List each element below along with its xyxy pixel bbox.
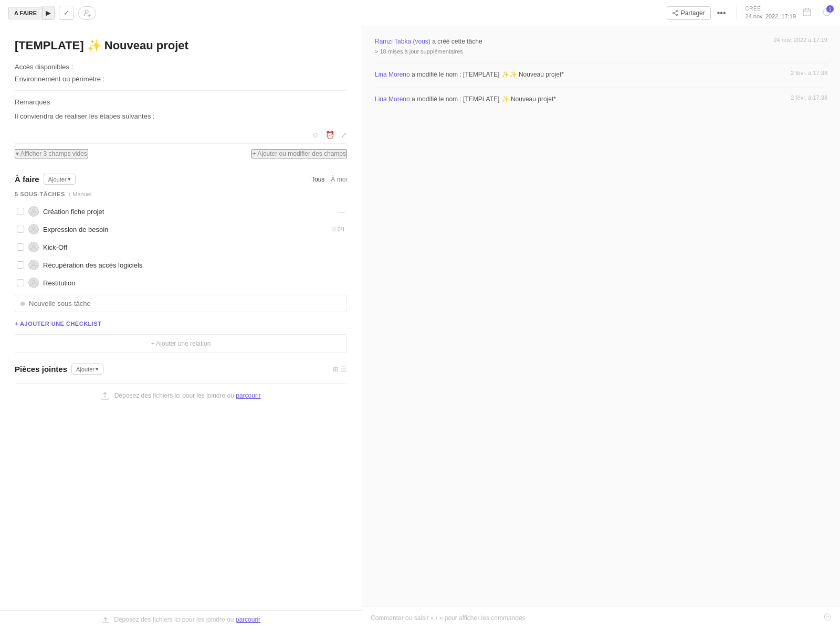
list-view-icon[interactable]: ☰: [341, 365, 347, 373]
svg-point-4: [673, 12, 674, 14]
subtask-checkbox-4[interactable]: [17, 279, 24, 286]
sort-label[interactable]: ↑ Manuel: [68, 191, 92, 197]
attachments-header: Pièces jointes Ajouter ▾ ⊞ ☰: [15, 364, 347, 375]
task-title: [TEMPLATE] ✨ Nouveau projet: [15, 39, 347, 52]
remarks-label: Remarques: [15, 98, 347, 106]
filter-me-button[interactable]: À moi: [331, 176, 347, 183]
svg-point-5: [676, 14, 678, 16]
expand-updates-button[interactable]: > 18 mises à jour supplémentaires: [375, 48, 827, 55]
filter-all-button[interactable]: Tous: [311, 176, 324, 183]
subtask-item: Expression de besoin ☑ 0/1: [15, 220, 347, 238]
svg-line-6: [674, 12, 676, 13]
filter-row: Tous À moi: [311, 176, 347, 183]
comment-placeholder[interactable]: Commenter ou saisir « / » pour afficher …: [371, 614, 819, 622]
comment-bar: Commenter ou saisir « / » pour afficher …: [362, 606, 840, 629]
svg-point-0: [85, 10, 88, 13]
subtask-checkbox-1[interactable]: [17, 226, 24, 233]
main-split: [TEMPLATE] ✨ Nouveau projet Accès dispon…: [0, 26, 840, 629]
status-button[interactable]: A FAIRE ▶: [8, 6, 55, 20]
user-plus-icon: [83, 9, 91, 17]
todo-add-button[interactable]: Ajouter ▾: [44, 174, 76, 185]
subtask-avatar-3: [28, 260, 39, 270]
status-arrow[interactable]: ▶: [42, 6, 55, 20]
svg-point-18: [33, 263, 35, 265]
activity-user-1: Lina Moreno: [375, 71, 410, 78]
subtask-checkbox-0[interactable]: [17, 208, 24, 215]
notification-badge: 1: [826, 5, 834, 13]
emoji-icon[interactable]: ☺: [312, 131, 319, 139]
new-subtask-dot: [20, 302, 25, 306]
divider: [737, 5, 737, 21]
add-fields-button[interactable]: + Ajouter ou modifier des champs: [251, 149, 347, 158]
new-subtask-input[interactable]: [29, 300, 344, 307]
share-button[interactable]: Partager: [667, 6, 711, 20]
activity-item-1: Lina Moreno a modifié le nom : [TEMPLATE…: [375, 70, 827, 79]
subtask-menu-0[interactable]: —: [339, 208, 345, 215]
upload-icon: [101, 392, 109, 400]
calendar-icon: [802, 7, 812, 17]
todo-section: À faire Ajouter ▾ Tous À moi 5 SOUS-TÂCH…: [15, 174, 347, 312]
add-relation-button[interactable]: + Ajouter une relation: [15, 334, 347, 353]
section-divider: [15, 90, 347, 91]
activity-time-0: 24 nov. 2022 à 17:19: [773, 37, 827, 43]
notification-button[interactable]: 1: [822, 7, 832, 18]
created-info: CRÉÉ 24 nov. 2022, 17:19: [746, 5, 796, 20]
subtask-avatar-1: [28, 224, 39, 234]
subtask-item: Création fiche projet —: [15, 202, 347, 220]
subtask-item: Kick-Off: [15, 238, 347, 256]
browse-link[interactable]: parcourir: [236, 392, 260, 399]
drop-zone: Déposez des fichiers ici pour les joindr…: [15, 383, 347, 409]
steps-label: Il conviendra de réaliser les étapes sui…: [15, 112, 347, 120]
share-icon: [673, 10, 679, 16]
add-checklist-button[interactable]: + AJOUTER UNE CHECKLIST: [15, 321, 347, 327]
svg-line-7: [674, 14, 676, 15]
svg-point-15: [33, 209, 35, 212]
subtask-checkbox-2[interactable]: [17, 243, 24, 251]
subtask-avatar-2: [28, 242, 39, 252]
activity-item-0: Ramzi Tabka (vous) a créé cette tâche 24…: [375, 37, 827, 55]
svg-rect-8: [803, 9, 811, 16]
subtask-avatar-4: [28, 278, 39, 288]
send-icon: [823, 613, 832, 621]
show-fields-button[interactable]: ▾ Afficher 3 champs vides: [15, 149, 88, 158]
assignee-button[interactable]: [78, 6, 96, 20]
field-env: Environnement ou périmètre :: [15, 75, 347, 83]
left-panel: [TEMPLATE] ✨ Nouveau projet Accès dispon…: [0, 26, 362, 629]
svg-point-17: [33, 245, 35, 248]
field-acces: Accès disponibles :: [15, 63, 347, 71]
todo-header: À faire Ajouter ▾ Tous À moi: [15, 174, 347, 185]
activity-divider-0: [375, 63, 827, 63]
attachments-add-button[interactable]: Ajouter ▾: [71, 364, 103, 375]
send-button[interactable]: [823, 613, 832, 623]
activity-time-2: 2 févr. à 17:38: [791, 94, 827, 101]
activity-user-0: Ramzi Tabka (vous): [375, 38, 430, 45]
expand-icon[interactable]: ⤢: [341, 131, 347, 139]
subtask-badge-1: ☑ 0/1: [331, 227, 345, 232]
bottom-dropzone: Déposez des fichiers ici pour les joindr…: [0, 610, 362, 629]
activity-time-1: 2 févr. à 17:38: [791, 70, 827, 76]
show-fields-row: ▾ Afficher 3 champs vides + Ajouter ou m…: [15, 143, 347, 164]
upload-cloud-icon: [102, 616, 109, 624]
svg-point-3: [676, 10, 678, 12]
desc-toolbar: ☺ ⏰ ⤢: [15, 131, 347, 139]
subtask-checkbox-3[interactable]: [17, 261, 24, 269]
activity-divider-1: [375, 88, 827, 88]
calendar-button[interactable]: [800, 5, 814, 20]
comment-area: Commenter ou saisir « / » pour afficher …: [362, 606, 840, 629]
more-button[interactable]: •••: [715, 6, 728, 20]
svg-point-19: [33, 281, 35, 283]
check-button[interactable]: ✓: [59, 6, 74, 20]
subtask-item: Récupération des accès logiciels: [15, 256, 347, 274]
attachments-title: Pièces jointes: [15, 365, 67, 374]
subtask-item: Restitution: [15, 274, 347, 292]
bottom-browse-link[interactable]: parcourir: [236, 616, 260, 623]
top-bar: A FAIRE ▶ ✓ Partager •••: [0, 0, 840, 26]
right-panel: Ramzi Tabka (vous) a créé cette tâche 24…: [362, 26, 840, 629]
activity-item-2: Lina Moreno a modifié le nom : [TEMPLATE…: [375, 94, 827, 104]
clock-icon[interactable]: ⏰: [326, 131, 334, 139]
subtasks-header: 5 SOUS-TÂCHES ↑ Manuel: [15, 191, 347, 197]
status-label[interactable]: A FAIRE: [8, 7, 42, 19]
grid-view-icon[interactable]: ⊞: [333, 365, 339, 373]
subtask-avatar-0: [28, 206, 39, 217]
view-icons: ⊞ ☰: [333, 365, 347, 373]
